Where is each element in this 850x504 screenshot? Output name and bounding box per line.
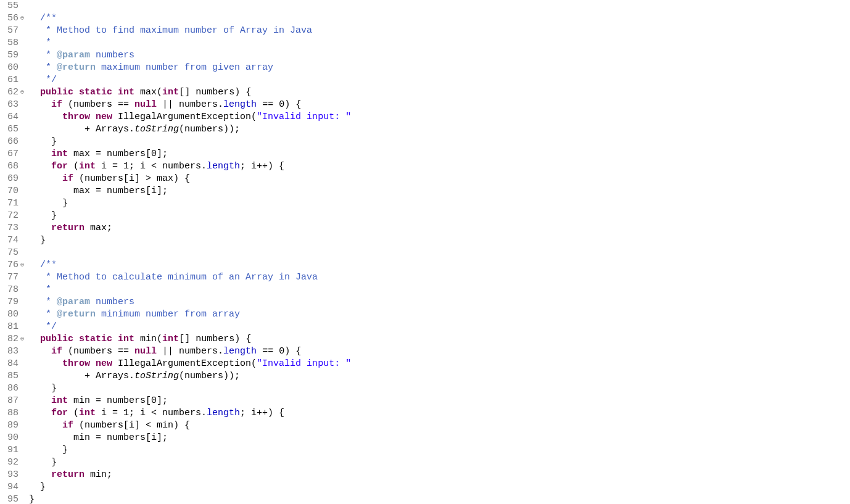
code-line[interactable]: }: [29, 494, 850, 504]
code-token: [29, 334, 40, 344]
code-line[interactable]: public static int min(int[] numbers) {: [29, 333, 850, 345]
code-line[interactable]: }: [29, 234, 850, 247]
code-editor[interactable]: 5556575859606162636465666768697071727374…: [0, 0, 850, 504]
code-line[interactable]: * Method to calculate minimum of an Arra…: [29, 271, 850, 284]
code-line[interactable]: }: [29, 444, 850, 456]
line-number: 59: [0, 49, 19, 62]
code-line[interactable]: if (numbers == null || numbers.length ==…: [29, 99, 850, 111]
code-line[interactable]: /**: [29, 259, 850, 271]
code-token: length: [223, 99, 257, 110]
code-line[interactable]: [29, 0, 850, 12]
code-line[interactable]: [29, 247, 850, 259]
code-token: *: [29, 50, 57, 60]
code-token: [] numbers) {: [179, 334, 251, 344]
line-number: 90: [0, 432, 19, 444]
line-number: 69: [0, 173, 19, 185]
code-line[interactable]: * Method to find maximum number of Array…: [29, 25, 850, 37]
code-token: [112, 334, 118, 344]
code-line[interactable]: *: [29, 37, 850, 49]
code-line[interactable]: if (numbers == null || numbers.length ==…: [29, 345, 850, 358]
code-line[interactable]: }: [29, 136, 850, 148]
fold-marker[interactable]: ⊖: [20, 86, 28, 99]
code-line[interactable]: throw new IllegalArgumentException("Inva…: [29, 111, 850, 123]
code-token: [29, 173, 62, 184]
fold-column[interactable]: ⊖⊖⊖⊖: [20, 0, 28, 504]
code-token: + Arrays.: [29, 371, 134, 381]
line-number: 93: [0, 469, 19, 481]
code-token: */: [29, 321, 57, 332]
code-line[interactable]: + Arrays.toString(numbers));: [29, 370, 850, 382]
code-token: throw: [62, 358, 90, 369]
code-token: }: [29, 235, 46, 246]
code-token: || numbers.: [157, 346, 223, 357]
code-line[interactable]: *: [29, 284, 850, 296]
code-token: [29, 87, 40, 97]
fold-marker[interactable]: ⊖: [20, 12, 28, 25]
code-line[interactable]: return max;: [29, 222, 850, 234]
code-token: new: [96, 358, 112, 369]
line-number: 76: [0, 259, 19, 271]
code-line[interactable]: + Arrays.toString(numbers));: [29, 123, 850, 136]
code-line[interactable]: return min;: [29, 469, 850, 481]
fold-marker: [20, 419, 28, 432]
code-line[interactable]: * @return minimum number from array: [29, 308, 850, 321]
code-token: + Arrays.: [29, 124, 134, 134]
code-token: max = numbers[0];: [68, 149, 168, 159]
fold-marker: [20, 160, 28, 173]
code-line[interactable]: /**: [29, 12, 850, 25]
code-line[interactable]: */: [29, 74, 850, 86]
code-token: [] numbers) {: [179, 87, 251, 97]
fold-marker[interactable]: ⊖: [20, 259, 28, 271]
code-token: for: [51, 408, 68, 418]
code-token: [73, 334, 79, 344]
fold-marker: [20, 173, 28, 185]
code-line[interactable]: if (numbers[i] < min) {: [29, 419, 850, 432]
code-line[interactable]: for (int i = 1; i < numbers.length; i++)…: [29, 407, 850, 419]
code-token: [29, 161, 51, 171]
code-line[interactable]: max = numbers[i];: [29, 185, 850, 197]
code-token: max;: [85, 223, 112, 233]
code-token: min(: [134, 334, 162, 344]
code-line[interactable]: int max = numbers[0];: [29, 148, 850, 160]
line-number: 67: [0, 148, 19, 160]
line-number: 61: [0, 74, 19, 86]
code-line[interactable]: * @return maximum number from given arra…: [29, 62, 850, 74]
fold-marker: [20, 210, 28, 222]
code-line[interactable]: }: [29, 382, 850, 395]
line-number: 80: [0, 308, 19, 321]
code-token: [90, 112, 96, 122]
code-line[interactable]: }: [29, 456, 850, 469]
code-line[interactable]: min = numbers[i];: [29, 432, 850, 444]
code-line[interactable]: }: [29, 481, 850, 494]
fold-marker[interactable]: ⊖: [20, 333, 28, 345]
code-area[interactable]: /** * Method to find maximum number of A…: [28, 0, 850, 504]
line-number: 82: [0, 333, 19, 345]
line-number: 84: [0, 358, 19, 370]
code-line[interactable]: for (int i = 1; i < numbers.length; i++)…: [29, 160, 850, 173]
code-token: [73, 87, 79, 97]
code-line[interactable]: int min = numbers[0];: [29, 395, 850, 407]
code-line[interactable]: throw new IllegalArgumentException("Inva…: [29, 358, 850, 370]
code-line[interactable]: }: [29, 210, 850, 222]
code-line[interactable]: * @param numbers: [29, 49, 850, 62]
code-token: == 0) {: [257, 346, 301, 357]
code-token: *: [29, 38, 57, 48]
code-line[interactable]: if (numbers[i] > max) {: [29, 173, 850, 185]
line-number: 65: [0, 123, 19, 136]
code-token: }: [29, 494, 35, 504]
line-number: 58: [0, 37, 19, 49]
line-number: 89: [0, 419, 19, 432]
code-token: if: [62, 173, 73, 184]
code-line[interactable]: * @param numbers: [29, 296, 850, 308]
code-line[interactable]: public static int max(int[] numbers) {: [29, 86, 850, 99]
line-number: 70: [0, 185, 19, 197]
code-token: }: [29, 457, 57, 468]
code-token: int: [118, 334, 134, 344]
code-line[interactable]: }: [29, 197, 850, 210]
code-line[interactable]: */: [29, 321, 850, 333]
code-token: [112, 87, 118, 97]
fold-marker: [20, 382, 28, 395]
code-token: i = 1; i < numbers.: [96, 161, 207, 171]
code-token: int: [51, 395, 68, 406]
fold-marker: [20, 284, 28, 296]
